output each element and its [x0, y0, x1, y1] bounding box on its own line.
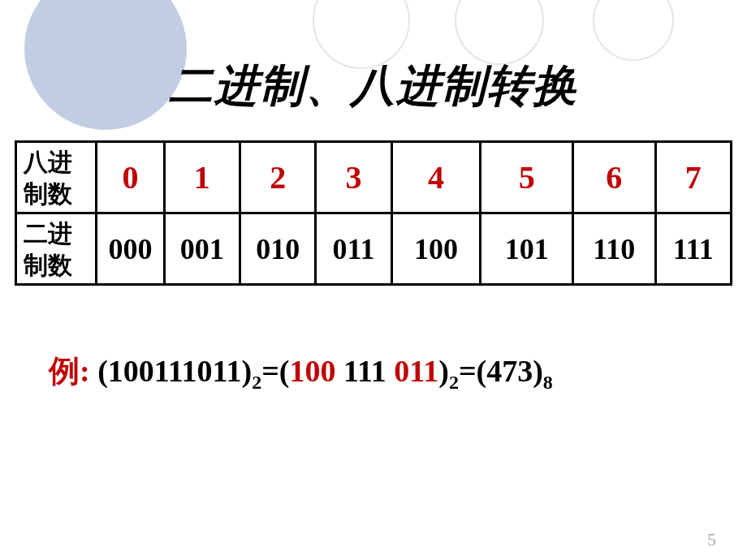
binary-cell: 001	[164, 213, 240, 285]
octal-cell: 3	[316, 142, 391, 213]
octal-cell: 1	[164, 142, 240, 213]
row-label-binary: 二进 制数	[16, 213, 97, 285]
example-label: 例	[49, 354, 80, 388]
example-expression: (100111011)2=(100 111 011)2=(473)8	[97, 354, 553, 388]
binary-cell: 000	[97, 213, 164, 285]
octal-cell: 4	[391, 142, 481, 213]
example-colon: :	[80, 354, 97, 388]
page-title: 二进制、八进制转换	[0, 0, 747, 116]
octal-cell: 5	[481, 142, 573, 213]
binary-cell: 101	[481, 213, 573, 285]
table-row-octal: 八进 制数 0 1 2 3 4 5 6 7	[16, 142, 732, 213]
octal-cell: 7	[655, 142, 731, 213]
octal-cell: 0	[97, 142, 164, 213]
binary-cell: 111	[655, 213, 731, 285]
row-label-octal: 八进 制数	[16, 142, 97, 213]
binary-cell: 110	[573, 213, 655, 285]
binary-cell: 010	[240, 213, 316, 285]
table-row-binary: 二进 制数 000 001 010 011 100 101 110 111	[16, 213, 732, 285]
page-number: 5	[707, 529, 716, 550]
octal-cell: 6	[573, 142, 655, 213]
binary-cell: 100	[391, 213, 481, 285]
conversion-table: 八进 制数 0 1 2 3 4 5 6 7 二进 制数 000 001 010 …	[15, 140, 732, 286]
binary-cell: 011	[316, 213, 391, 285]
example-line: 例: (100111011)2=(100 111 011)2=(473)8	[49, 351, 747, 394]
octal-cell: 2	[240, 142, 316, 213]
